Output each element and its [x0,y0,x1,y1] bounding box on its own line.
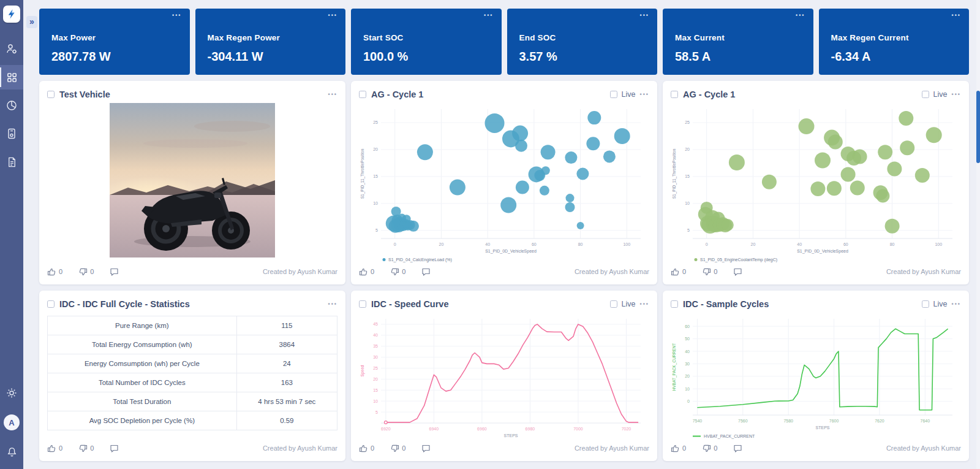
app-logo[interactable] [3,6,20,23]
card-menu-icon[interactable]: ••• [640,12,649,18]
dislike-button[interactable]: 0 [390,267,405,276]
sidebar-item-analytics[interactable] [0,93,23,118]
card-ag-cycle-1-engine-load: AG - Cycle 1 Live ••• 020406080100510152… [351,81,657,284]
like-button[interactable]: 0 [47,267,62,276]
svg-text:STEPS: STEPS [504,433,518,438]
sidebar-item-user-management[interactable] [0,37,23,61]
scrollbar-thumb[interactable] [976,91,980,163]
svg-text:7580: 7580 [783,419,793,423]
comment-button[interactable] [110,267,119,276]
svg-text:S1_PID_0D_VehicleSpeed: S1_PID_0D_VehicleSpeed [485,249,537,254]
svg-text:20: 20 [685,147,690,151]
card-idc-speed-curve: IDC - Speed Curve Live ••• 6920694069606… [351,291,657,461]
live-checkbox[interactable] [922,91,929,98]
thumbs-up-icon [359,267,368,276]
like-button[interactable]: 0 [359,267,374,276]
stat-label: Total Energy Comsumption (wh) [48,335,237,354]
comment-button[interactable] [421,444,431,453]
like-button[interactable]: 0 [359,444,374,453]
live-checkbox[interactable] [610,300,617,308]
card-select-checkbox[interactable] [671,91,678,98]
sidebar-item-dashboards[interactable] [0,65,23,90]
svg-text:40: 40 [685,349,690,354]
comment-button[interactable] [110,444,119,453]
svg-text:20: 20 [373,147,378,151]
card-menu-icon[interactable]: ••• [172,12,181,18]
bubble-chart-coolant-temp: 020406080100510152025S1_PID_0D_VehicleSp… [671,103,961,264]
live-checkbox[interactable] [922,300,929,308]
card-menu-icon[interactable]: ••• [328,301,337,307]
sidebar-item-reports[interactable] [0,150,23,174]
kpi-value: 100.0 % [363,50,489,64]
dashboard-grid-icon [6,72,18,83]
table-row: Total Test Duration4 hrs 53 min 7 sec [48,392,337,411]
created-by-label: Created by Ayush Kumar [263,444,337,452]
card-menu-icon[interactable]: ••• [328,91,337,97]
dashboard-row-3: IDC - IDC Full Cycle - Statistics ••• Pu… [39,291,969,461]
card-menu-icon[interactable]: ••• [952,12,961,18]
comment-icon [110,444,119,453]
svg-text:S1_PID_11_ThrottlePosition: S1_PID_11_ThrottlePosition [360,148,365,199]
card-select-checkbox[interactable] [359,91,366,98]
card-select-checkbox[interactable] [47,300,55,308]
thumbs-up-icon [359,444,368,453]
like-button[interactable]: 0 [671,444,686,453]
svg-text:0: 0 [394,242,396,246]
thumbs-up-icon [671,267,680,276]
stat-label: Total Number of IDC Cycles [48,373,237,392]
table-row: Total Number of IDC Cycles163 [48,373,337,392]
comment-button[interactable] [421,267,431,276]
card-menu-icon[interactable]: ••• [328,12,337,18]
thumbs-up-icon [47,444,56,453]
card-menu-icon[interactable]: ••• [640,301,649,307]
svg-text:S1_PID_05_EngineCoolantTemp (d: S1_PID_05_EngineCoolantTemp (degC) [700,257,777,262]
thumbs-down-icon [78,267,88,276]
like-count: 0 [682,444,686,452]
card-select-checkbox[interactable] [671,300,678,308]
thumbs-up-icon [47,267,56,276]
card-select-checkbox[interactable] [359,300,366,308]
stat-value: 115 [236,316,337,335]
card-menu-icon[interactable]: ••• [640,91,649,97]
dislike-button[interactable]: 0 [78,444,94,453]
card-menu-icon[interactable]: ••• [484,12,493,18]
svg-text:25: 25 [685,120,690,124]
like-count: 0 [59,444,62,452]
stat-label: Avg SOC Depletion per Cycle (%) [48,411,237,430]
card-menu-icon[interactable]: ••• [952,301,961,307]
table-row: Total Energy Comsumption (wh)3864 [48,335,337,354]
kpi-card-start-soc: ••• Start SOC 100.0 % [351,9,502,75]
kpi-card-max-power: ••• Max Power 2807.78 W [39,9,190,75]
created-by-label: Created by Ayush Kumar [575,268,649,275]
dislike-button[interactable]: 0 [78,267,94,276]
sidebar-expand-button[interactable]: » [26,16,37,28]
sidebar-item-notifications[interactable] [0,440,23,464]
svg-text:20: 20 [685,374,690,378]
comment-icon [421,444,431,453]
kpi-label: Max Power [51,33,178,42]
like-button[interactable]: 0 [671,267,686,276]
svg-text:15: 15 [373,388,378,392]
card-select-checkbox[interactable] [47,91,55,98]
user-avatar[interactable]: A [4,414,20,430]
dislike-count: 0 [402,444,405,452]
sidebar-item-settings[interactable] [0,381,23,405]
comment-button[interactable] [733,444,742,453]
line-chart-pack-current: 7540756075807600762076400102030405060STE… [671,313,961,440]
comment-icon [733,444,742,453]
sidebar-item-device-tests[interactable] [0,121,23,146]
like-button[interactable]: 0 [47,444,62,453]
kpi-label: Start SOC [363,33,489,42]
dislike-button[interactable]: 0 [702,267,717,276]
vehicle-photo [110,103,275,260]
card-menu-icon[interactable]: ••• [796,12,805,18]
user-gear-icon [6,43,18,55]
table-row: Avg SOC Depletion per Cycle (%)0.59 [48,411,337,430]
svg-text:20: 20 [751,242,756,246]
dislike-button[interactable]: 0 [702,444,717,453]
dislike-button[interactable]: 0 [390,444,405,453]
comment-button[interactable] [733,267,742,276]
live-checkbox[interactable] [610,91,617,98]
table-row: Pure Range (km)115 [48,316,337,335]
card-menu-icon[interactable]: ••• [952,91,961,97]
